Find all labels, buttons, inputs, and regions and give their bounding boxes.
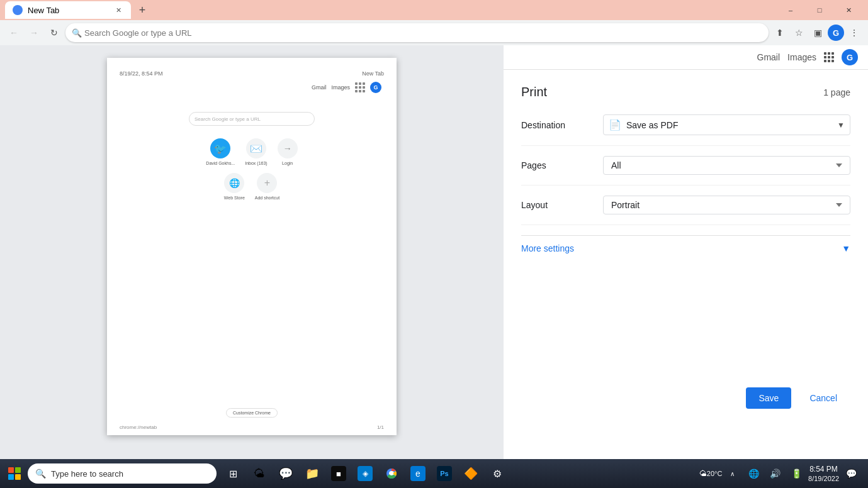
chevron-icon[interactable]: ∧ (723, 464, 741, 483)
cancel-button[interactable]: Cancel (796, 387, 850, 409)
panel-images-link[interactable]: Images (787, 52, 816, 62)
taskbar-app-fileexplorer[interactable]: 📁 (300, 461, 325, 486)
print-preview-area: 8/19/22, 8:54 PM New Tab Gmail Images G (0, 45, 504, 459)
taskbar-app-vlc[interactable]: 🔶 (458, 461, 483, 486)
layout-select[interactable]: Portrait (603, 196, 850, 214)
print-title: Print (521, 85, 547, 99)
volume-icon[interactable]: 🔊 (765, 464, 784, 483)
preview-search-placeholder: Search Google or type a URL (194, 116, 261, 122)
more-settings-chevron-icon: ▼ (842, 243, 850, 253)
address-input[interactable] (65, 23, 769, 42)
layout-row: Layout Portrait (521, 196, 850, 225)
main-content: 8/19/22, 8:54 PM New Tab Gmail Images G (0, 45, 868, 459)
shortcut-add-label: Add shortcut (255, 196, 279, 200)
taskbar: 🔍 Type here to search ⊞ 🌤 💬 📁 ■ ◈ (0, 459, 868, 488)
taskbar-app-vscode[interactable]: ◈ (352, 461, 378, 486)
shortcut-login-icon: → (278, 138, 298, 158)
taskbar-time: 8:54 PM (808, 465, 839, 475)
preview-images-link: Images (331, 84, 350, 91)
panel-profile-avatar[interactable]: G (842, 49, 858, 65)
preview-footer-page: 1/1 (377, 424, 384, 430)
start-button[interactable] (3, 462, 26, 485)
shortcut-twitter-label: David Gokhs... (206, 161, 235, 165)
save-button[interactable]: Save (746, 387, 791, 409)
menu-icon[interactable]: ⋮ (845, 24, 863, 42)
preview-shortcut-add: + Add shortcut (255, 173, 279, 200)
panel-apps-icon[interactable] (824, 52, 834, 62)
vscode-icon: ◈ (358, 466, 373, 481)
taskbar-app-widgets[interactable]: 🌤 (247, 461, 272, 486)
new-tab-button[interactable]: + (133, 1, 151, 19)
taskbar-app-settings[interactable]: ⚙ (485, 461, 510, 486)
panel-gmail-link[interactable]: Gmail (757, 52, 781, 62)
address-bar-wrapper: 🔍 (65, 23, 769, 42)
pages-select[interactable]: All (603, 156, 850, 175)
shortcut-gmail-label: Inbox (163) (245, 161, 267, 165)
notification-icon[interactable]: 💬 (842, 464, 860, 483)
pdf-icon: 📄 (609, 119, 621, 131)
file-explorer-icon: 📁 (305, 466, 320, 481)
preview-shortcuts-row1: 🐦 David Gokhs... ✉️ Inbox (163) → Login (120, 138, 384, 165)
preview-search-bar: Search Google or type a URL (189, 112, 315, 126)
separator (521, 235, 850, 236)
sidebar-toggle[interactable]: ▣ (809, 24, 826, 42)
maximize-button[interactable]: □ (805, 0, 834, 20)
share-icon[interactable]: ⬆ (771, 24, 789, 42)
taskbar-app-taskview[interactable]: ⊞ (220, 461, 245, 486)
chat-icon: 💬 (278, 466, 293, 481)
page-footer-preview: chrome://newtab 1/1 (120, 424, 384, 430)
bookmark-icon[interactable]: ☆ (790, 24, 808, 42)
print-footer: Save Cancel (746, 387, 850, 409)
print-pages-count: 1 page (823, 87, 850, 97)
window-controls: – □ ✕ (776, 0, 863, 20)
close-button[interactable]: ✕ (834, 0, 863, 20)
preview-gmail-link: Gmail (312, 84, 327, 91)
taskbar-search[interactable]: 🔍 Type here to search (28, 463, 217, 484)
minimize-button[interactable]: – (776, 0, 805, 20)
layout-label: Layout (521, 200, 603, 210)
browser-tab[interactable]: New Tab ✕ (5, 1, 131, 19)
taskbar-clock[interactable]: 8:54 PM 8/19/2022 (808, 465, 839, 482)
shortcut-webstore-icon: 🌐 (224, 173, 244, 193)
shortcut-webstore-label: Web Store (224, 196, 245, 200)
more-settings-row[interactable]: More settings ▼ (521, 238, 850, 258)
back-button[interactable]: ← (5, 24, 23, 42)
destination-select[interactable]: 📄 Save as PDF ▼ (603, 114, 850, 135)
more-settings-label: More settings (521, 243, 574, 253)
profile-avatar[interactable]: G (828, 25, 844, 41)
photoshop-icon: Ps (437, 466, 452, 481)
page-header-preview: 8/19/22, 8:54 PM New Tab (120, 70, 384, 77)
destination-value: Save as PDF (626, 120, 837, 130)
edge-icon: e (410, 466, 426, 481)
preview-apps-icon (355, 82, 365, 92)
print-panel-content: Print 1 page Destination 📄 Save as PDF ▼… (504, 70, 868, 459)
preview-shortcuts-row2: 🌐 Web Store + Add shortcut (120, 173, 384, 200)
preview-profile-avatar: G (370, 82, 381, 93)
taskbar-app-edge[interactable]: e (405, 461, 431, 486)
refresh-button[interactable]: ↻ (45, 24, 63, 42)
vlc-icon: 🔶 (463, 466, 478, 481)
tab-close-button[interactable]: ✕ (113, 5, 123, 15)
taskbar-app-chat[interactable]: 💬 (273, 461, 298, 486)
taskbar-app-photoshop[interactable]: Ps (432, 461, 457, 486)
widgets-icon: 🌤 (252, 466, 267, 481)
browser-wrapper: New Tab ✕ + – □ ✕ ← → ↻ 🔍 ⬆ ☆ ▣ G (0, 0, 868, 459)
taskbar-app-chrome[interactable] (379, 461, 404, 486)
preview-datetime: 8/19/22, 8:54 PM (120, 70, 163, 77)
pages-label: Pages (521, 160, 603, 170)
settings-icon: ⚙ (490, 466, 505, 481)
destination-row: Destination 📄 Save as PDF ▼ (521, 114, 850, 146)
shortcut-twitter-icon: 🐦 (210, 138, 230, 158)
preview-footer-url: chrome://newtab (120, 424, 157, 430)
preview-customize-btn: Customize Chrome (226, 408, 278, 418)
weather-icon[interactable]: 🌤20°C (701, 464, 720, 483)
taskbar-app-terminal[interactable]: ■ (326, 461, 351, 486)
preview-shortcut-login: → Login (278, 138, 298, 165)
preview-newtab-bar: Gmail Images G (120, 82, 384, 93)
titlebar: New Tab ✕ + – □ ✕ (0, 0, 868, 20)
forward-button[interactable]: → (25, 24, 43, 42)
search-icon: 🔍 (72, 28, 82, 38)
windows-logo-icon (8, 467, 21, 480)
network-icon[interactable]: 🌐 (744, 464, 763, 483)
battery-icon[interactable]: 🔋 (787, 464, 806, 483)
